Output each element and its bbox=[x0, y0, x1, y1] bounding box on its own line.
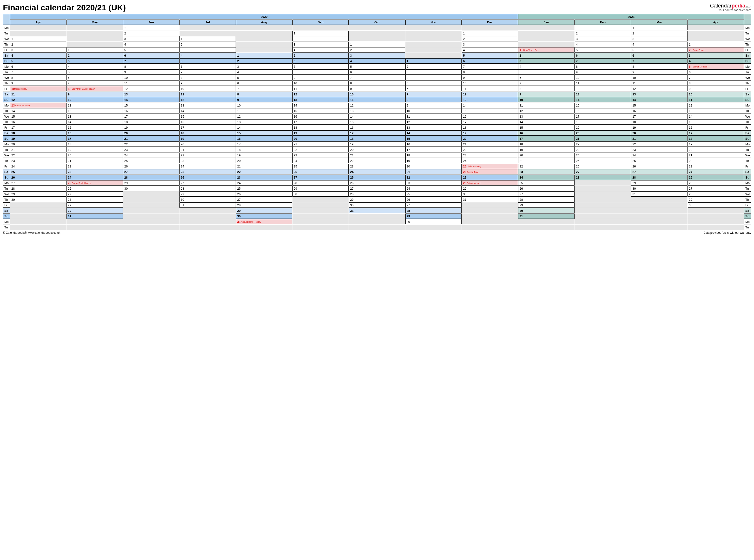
day-number: 6 bbox=[11, 65, 15, 68]
day-number: 9 bbox=[350, 87, 354, 91]
day-cell: 29 bbox=[66, 202, 123, 208]
day-number: 20 bbox=[632, 131, 636, 135]
day-cell: 3 bbox=[10, 47, 66, 53]
day-number: 14 bbox=[576, 98, 580, 102]
weekday-label-right: Fr bbox=[744, 125, 751, 130]
blank-cell bbox=[180, 25, 236, 31]
day-number: 25 bbox=[576, 159, 580, 163]
day-cell: 24 bbox=[123, 153, 179, 158]
day-number: 9 bbox=[463, 76, 467, 80]
day-cell: 15 bbox=[236, 131, 292, 136]
day-number: 21 bbox=[576, 137, 580, 140]
day-cell: 19 bbox=[688, 141, 744, 147]
day-number: 12 bbox=[11, 98, 15, 102]
day-cell: 10 bbox=[292, 80, 349, 86]
day-number: 22 bbox=[350, 159, 354, 163]
day-number: 10 bbox=[237, 104, 241, 107]
day-cell: 10 bbox=[462, 80, 518, 86]
day-cell: 27 bbox=[688, 186, 744, 191]
weekday-label-left: We bbox=[3, 114, 10, 119]
day-cell: 18 bbox=[518, 141, 574, 147]
day-number: 8 bbox=[632, 65, 636, 68]
day-number: 1 bbox=[689, 43, 693, 46]
day-cell: 30 bbox=[180, 197, 236, 202]
day-cell: 18 bbox=[575, 119, 631, 125]
day-number: 24 bbox=[576, 154, 580, 157]
day-number: 29 bbox=[407, 215, 410, 218]
weekday-label-left: Tu bbox=[3, 225, 10, 230]
day-cell: 28 bbox=[180, 186, 236, 191]
day-number: 22 bbox=[237, 170, 241, 174]
day-cell: 29 bbox=[631, 180, 687, 185]
day-cell: 6 bbox=[631, 53, 687, 58]
day-cell: 4 bbox=[518, 64, 574, 69]
day-cell: 26 bbox=[66, 186, 123, 191]
day-cell: 8 bbox=[123, 64, 179, 69]
day-cell: 21 bbox=[292, 141, 349, 147]
day-number: 6 bbox=[181, 65, 185, 68]
month-header: Jan bbox=[518, 20, 574, 25]
day-number: 18 bbox=[576, 120, 580, 124]
day-number: 12 bbox=[68, 109, 72, 113]
day-number: 1 bbox=[181, 37, 185, 41]
day-number: 29 bbox=[689, 198, 693, 201]
day-number: 5 bbox=[519, 71, 523, 74]
day-cell: 26 bbox=[292, 169, 349, 175]
day-cell: 19 bbox=[405, 158, 462, 163]
year-header-2020: 2020 bbox=[10, 14, 518, 19]
day-number: 18 bbox=[350, 137, 354, 140]
blank-cell bbox=[349, 225, 405, 230]
weekday-label-right: We bbox=[744, 36, 751, 41]
day-cell: 31 bbox=[518, 214, 574, 219]
day-cell: 22 bbox=[575, 141, 631, 147]
day-cell: 6 bbox=[349, 69, 405, 75]
day-number: 2 bbox=[519, 54, 523, 57]
day-number: 16 bbox=[68, 131, 72, 135]
day-cell: 5 bbox=[180, 58, 236, 64]
day-cell: 26 Boxing Day bbox=[462, 169, 518, 175]
blank-cell bbox=[180, 31, 236, 36]
year-header-2021: 2021 bbox=[518, 14, 744, 19]
blank-cell bbox=[66, 219, 123, 224]
day-number: 25 bbox=[689, 176, 693, 179]
day-cell: 1 bbox=[631, 25, 687, 31]
day-cell: 23 bbox=[688, 164, 744, 169]
day-number: 18 bbox=[689, 137, 693, 140]
day-cell: 21 bbox=[349, 153, 405, 158]
day-number: 7 bbox=[11, 71, 15, 74]
blank-cell bbox=[688, 214, 744, 219]
day-cell: 18 bbox=[123, 119, 179, 125]
day-number: 4 bbox=[519, 65, 523, 68]
weekday-label-right: Tu bbox=[744, 186, 751, 191]
day-cell: 7 bbox=[405, 92, 462, 97]
day-cell: 27 bbox=[66, 191, 123, 197]
day-cell: 21 bbox=[123, 136, 179, 141]
day-cell: 27 bbox=[462, 175, 518, 180]
day-number: 17 bbox=[181, 126, 185, 129]
weekday-label-left: Fr bbox=[3, 164, 10, 169]
day-number: 14 bbox=[68, 120, 72, 124]
day-cell: 24 bbox=[236, 180, 292, 185]
day-cell: 13 bbox=[462, 97, 518, 102]
day-number: 16 bbox=[350, 126, 354, 129]
day-number: 19 bbox=[463, 131, 467, 135]
day-number: 14 bbox=[294, 104, 298, 107]
day-cell: 26 bbox=[575, 164, 631, 169]
weekday-label-left: Su bbox=[3, 214, 10, 219]
day-cell: 27 bbox=[10, 180, 66, 185]
blank-cell bbox=[405, 31, 462, 36]
day-cell: 4 bbox=[631, 42, 687, 47]
day-number: 17 bbox=[576, 115, 580, 118]
blank-cell bbox=[349, 36, 405, 41]
weekday-label-left: Mo bbox=[3, 64, 10, 69]
weekday-label-right: Su bbox=[744, 97, 751, 102]
month-header: Aug bbox=[236, 20, 292, 25]
day-cell: 3 bbox=[688, 53, 744, 58]
day-cell: 25 bbox=[236, 186, 292, 191]
day-number: 25 bbox=[237, 187, 241, 191]
blank-cell bbox=[462, 202, 518, 208]
day-number: 30 bbox=[68, 209, 72, 213]
day-number: 17 bbox=[294, 120, 298, 124]
day-number: 13 bbox=[463, 98, 467, 102]
day-number: 17 bbox=[689, 131, 693, 135]
